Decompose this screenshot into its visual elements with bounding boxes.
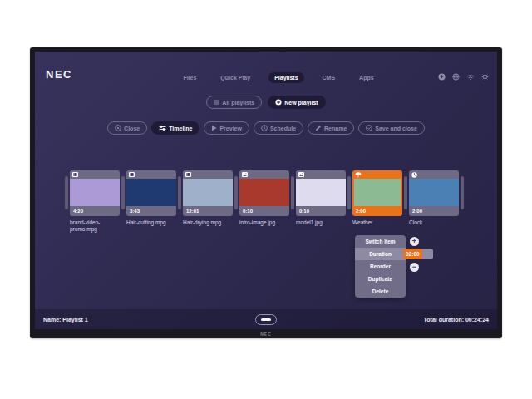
timeline-strip: 4:20 brand-video-promo.mpg 3:43 Hair-cut… (65, 170, 464, 234)
mediaplayer-screen: NEC Files Quick Play Playlists CMS Apps … (35, 52, 497, 329)
hamburger-icon (214, 100, 219, 105)
duration-value: 02:00 (403, 249, 422, 259)
bezel-nec-logo: NEC (30, 332, 502, 337)
check-circle-icon (366, 125, 372, 131)
card-duration: 0:10 (296, 206, 346, 216)
card-filename: model1.jpg (296, 219, 346, 226)
playlist-name: Name: Playlist 1 (43, 317, 88, 323)
image-icon (242, 172, 248, 177)
timeline-item-clock[interactable]: 2:00 Clock (409, 170, 459, 226)
new-playlist-button[interactable]: New playlist (268, 96, 325, 109)
menu-item-duplicate[interactable]: Duplicate (355, 273, 406, 285)
thumbnail (409, 179, 459, 206)
close-button[interactable]: Close (107, 121, 147, 135)
duration-decrease-button[interactable]: − (410, 263, 419, 272)
card-header (352, 170, 402, 179)
playlist-toolbar: Close Timeline Preview Schedule Rename S… (35, 121, 497, 135)
display-bezel: NEC Files Quick Play Playlists CMS Apps … (30, 47, 502, 338)
insert-handle[interactable] (65, 176, 68, 209)
thumbnail (354, 179, 401, 206)
card-header (126, 170, 176, 179)
nec-logo: NEC (46, 68, 72, 81)
card-header (296, 170, 346, 179)
menu-item-reorder[interactable]: Reorder (355, 260, 406, 273)
card-header (183, 170, 233, 179)
dash-icon (261, 318, 271, 321)
tab-quick-play[interactable]: Quick Play (214, 72, 256, 83)
card-duration: 3:43 (126, 206, 176, 216)
card-header (70, 170, 120, 179)
timeline-item-brand-video-promo[interactable]: 4:20 brand-video-promo.mpg (70, 170, 120, 234)
timeline-item-model1[interactable]: 0:10 model1.jpg (296, 170, 346, 226)
item-context-menu: Switch item Duration Reorder Duplicate D… (355, 235, 406, 298)
card-duration: 2:00 (352, 206, 402, 216)
all-playlists-button[interactable]: All playlists (206, 96, 262, 109)
timeline-item-weather[interactable]: 2:00 Weather (352, 170, 402, 226)
tab-apps[interactable]: Apps (353, 72, 380, 83)
timeline-item-intro-image[interactable]: 0:10 intro-image.jpg (239, 170, 289, 226)
main-nav: Files Quick Play Playlists CMS Apps (160, 72, 397, 83)
insert-handle[interactable] (178, 176, 181, 209)
card-filename: brand-video-promo.mpg (70, 219, 120, 234)
card-header (239, 170, 289, 179)
video-icon (72, 172, 78, 177)
insert-handle[interactable] (347, 176, 351, 209)
insert-handle[interactable] (121, 176, 125, 209)
timeline-button[interactable]: Timeline (151, 121, 200, 135)
rename-button[interactable]: Rename (308, 121, 354, 135)
card-duration: 0:10 (239, 206, 289, 216)
umbrella-icon (355, 172, 362, 178)
download-icon[interactable] (438, 73, 446, 81)
card-filename: Clock (409, 219, 459, 226)
duration-increase-button[interactable]: + (410, 237, 419, 246)
plus-circle-icon (275, 99, 282, 106)
save-and-close-button[interactable]: Save and close (358, 121, 425, 135)
card-filename: intro-image.jpg (239, 219, 289, 226)
menu-item-delete[interactable]: Delete (355, 285, 406, 298)
card-duration: 4:20 (70, 206, 120, 216)
card-duration: 12:01 (183, 206, 233, 216)
image-icon (298, 172, 304, 177)
playlist-footer-bar: Name: Playlist 1 Total duration: 00:24:2… (35, 309, 497, 329)
tab-cms[interactable]: CMS (317, 72, 342, 83)
play-icon (211, 125, 217, 131)
gear-icon[interactable] (481, 73, 489, 81)
pencil-icon (315, 125, 322, 131)
thumbnail (126, 179, 176, 206)
preview-button[interactable]: Preview (204, 121, 249, 135)
timeline-item-hair-cutting[interactable]: 3:43 Hair-cutting.mpg (126, 170, 176, 226)
menu-item-duration[interactable]: Duration (355, 248, 406, 260)
insert-handle[interactable] (404, 176, 407, 209)
total-duration: Total duration: 00:24:24 (424, 317, 489, 323)
video-icon (185, 172, 191, 177)
wifi-icon[interactable] (466, 74, 475, 81)
timeline-icon (159, 125, 166, 131)
insert-handle[interactable] (234, 176, 238, 209)
clock-icon (261, 125, 268, 131)
thumbnail (239, 179, 289, 206)
thumbnail (183, 179, 233, 206)
close-circle-icon (115, 125, 121, 131)
card-duration: 2:00 (409, 206, 459, 216)
menu-item-switch-item[interactable]: Switch item (355, 235, 406, 248)
thumbnail (296, 179, 346, 206)
thumbnail (70, 179, 120, 206)
tab-playlists[interactable]: Playlists (268, 72, 303, 83)
card-filename: Hair-drying.mpg (183, 219, 233, 226)
video-icon (129, 172, 135, 177)
card-filename: Hair-cutting.mpg (126, 219, 176, 226)
status-icon-bar (438, 73, 489, 81)
globe-icon[interactable] (452, 73, 460, 81)
duration-input[interactable]: 02:00 (403, 249, 433, 259)
clock-widget-icon (411, 172, 417, 178)
card-filename: Weather (352, 219, 402, 226)
insert-handle[interactable] (461, 176, 464, 209)
card-header (409, 170, 459, 179)
collapse-handle-button[interactable] (255, 314, 277, 325)
playlist-bar: All playlists New playlist (35, 96, 497, 109)
schedule-button[interactable]: Schedule (254, 121, 303, 135)
insert-handle[interactable] (291, 176, 294, 209)
tab-files[interactable]: Files (177, 72, 202, 83)
timeline-item-hair-drying[interactable]: 12:01 Hair-drying.mpg (183, 170, 233, 226)
